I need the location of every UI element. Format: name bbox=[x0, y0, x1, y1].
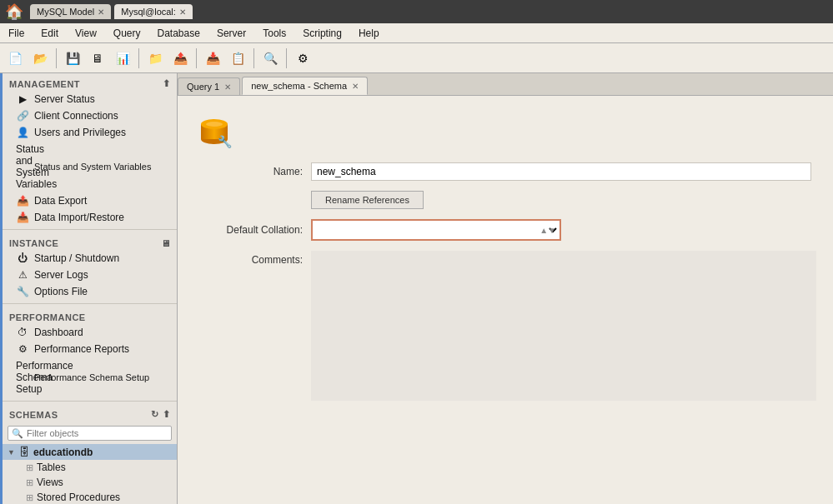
schemas-refresh-icon[interactable]: ↻ bbox=[151, 409, 159, 420]
collation-label: Default Collation: bbox=[194, 224, 311, 236]
title-bar: 🏠 MySQL Model ✕ Mysql@local: ✕ bbox=[0, 0, 833, 23]
tree-item-educationdb[interactable]: ▼ 🗄 educationdb bbox=[3, 444, 177, 460]
options-icon: 🔧 bbox=[16, 286, 29, 297]
tables-icon: ⊞ bbox=[26, 462, 33, 473]
sidebar-item-performance-schema[interactable]: Performance Schema Setup Performance Sch… bbox=[3, 357, 177, 397]
dashboard-icon: ⏱ bbox=[16, 327, 29, 338]
toolbar-btn-11[interactable]: ⚙ bbox=[291, 47, 314, 70]
tab-query1[interactable]: Query 1 ✕ bbox=[178, 77, 240, 95]
menu-database[interactable]: Database bbox=[149, 26, 208, 41]
schema-editor: 🔧 Name: Rename References bbox=[178, 96, 833, 504]
toolbar-sep-2 bbox=[138, 48, 139, 68]
name-field-wrapper bbox=[311, 162, 816, 181]
toolbar-btn-7[interactable]: 📤 bbox=[168, 47, 192, 70]
toolbar-btn-10[interactable]: 🔍 bbox=[258, 47, 282, 70]
sidebar-item-users-privileges[interactable]: 👤 Users and Privileges bbox=[3, 124, 177, 141]
tab-new-schema-close[interactable]: ✕ bbox=[352, 82, 359, 91]
menu-help[interactable]: Help bbox=[350, 26, 388, 41]
toolbar-btn-9[interactable]: 📋 bbox=[226, 47, 249, 70]
perf-reports-icon: ⚙ bbox=[16, 343, 29, 355]
content-area: Query 1 ✕ new_schema - Schema ✕ bbox=[178, 73, 833, 504]
menu-server[interactable]: Server bbox=[208, 26, 254, 41]
sidebar-item-options-file[interactable]: 🔧 Options File bbox=[3, 283, 177, 300]
server-logs-icon: ⚠ bbox=[16, 269, 29, 281]
schema-search: 🔍 bbox=[8, 426, 172, 441]
menu-bar: File Edit View Query Database Server Too… bbox=[0, 23, 833, 43]
schema-db-icon: 🔧 bbox=[194, 109, 234, 149]
tab-query1-close[interactable]: ✕ bbox=[224, 82, 231, 92]
sidebar-item-startup-shutdown[interactable]: ⏻ Startup / Shutdown bbox=[3, 250, 177, 267]
toolbar-btn-5[interactable]: 📊 bbox=[111, 47, 134, 70]
sidebar: MANAGEMENT ⬆ ▶ Server Status 🔗 Client Co… bbox=[0, 73, 178, 504]
educationdb-arrow: ▼ bbox=[8, 448, 16, 457]
menu-edit[interactable]: Edit bbox=[33, 26, 67, 41]
startup-icon: ⏻ bbox=[16, 252, 29, 264]
toolbar-sep-3 bbox=[196, 48, 197, 68]
perf-schema-icon: Performance Schema Setup bbox=[16, 360, 29, 395]
home-icon[interactable]: 🏠 bbox=[5, 2, 23, 21]
tree-item-stored-procedures[interactable]: ⊞ Stored Procedures bbox=[3, 490, 177, 504]
comments-textarea[interactable] bbox=[311, 251, 816, 401]
collation-select[interactable] bbox=[311, 219, 561, 241]
mysql-model-tab-label: MySQL Model bbox=[37, 7, 94, 17]
db-icon-svg: 🔧 bbox=[194, 109, 234, 149]
toolbar-btn-8[interactable]: 📥 bbox=[201, 47, 224, 70]
mysql-local-tab-close[interactable]: ✕ bbox=[179, 7, 186, 17]
name-label: Name: bbox=[194, 166, 311, 177]
menu-scripting[interactable]: Scripting bbox=[294, 26, 350, 41]
sidebar-divider-3 bbox=[3, 401, 177, 402]
sidebar-divider-2 bbox=[3, 303, 177, 304]
schema-search-input[interactable] bbox=[8, 426, 172, 441]
sidebar-item-server-status[interactable]: ▶ Server Status bbox=[3, 91, 177, 107]
toolbar-btn-3[interactable]: 💾 bbox=[61, 47, 84, 70]
sidebar-item-data-export[interactable]: 📤 Data Export bbox=[3, 192, 177, 209]
sidebar-item-data-import[interactable]: 📥 Data Import/Restore bbox=[3, 209, 177, 226]
client-connections-icon: 🔗 bbox=[16, 110, 29, 122]
mysql-local-tab[interactable]: Mysql@local: ✕ bbox=[114, 4, 193, 19]
sidebar-item-client-connections[interactable]: 🔗 Client Connections bbox=[3, 107, 177, 124]
toolbar-sep-4 bbox=[253, 48, 254, 68]
menu-query[interactable]: Query bbox=[105, 26, 149, 41]
rename-references-button[interactable]: Rename References bbox=[311, 191, 424, 209]
sidebar-item-server-logs[interactable]: ⚠ Server Logs bbox=[3, 267, 177, 283]
comments-label: Comments: bbox=[194, 251, 311, 266]
data-export-icon: 📤 bbox=[16, 195, 29, 207]
menu-file[interactable]: File bbox=[0, 26, 33, 41]
tree-item-views[interactable]: ⊞ Views bbox=[3, 475, 177, 490]
toolbar-btn-4[interactable]: 🖥 bbox=[86, 47, 109, 70]
toolbar-btn-6[interactable]: 📁 bbox=[143, 47, 167, 70]
stored-procedures-icon: ⊞ bbox=[26, 492, 33, 503]
sidebar-item-dashboard[interactable]: ⏱ Dashboard bbox=[3, 324, 177, 341]
sidebar-divider-1 bbox=[3, 229, 177, 230]
db-icon: 🗄 bbox=[19, 446, 30, 458]
menu-tools[interactable]: Tools bbox=[254, 26, 294, 41]
search-icon: 🔍 bbox=[12, 428, 23, 439]
toolbar-btn-2[interactable]: 📂 bbox=[28, 47, 52, 70]
collation-select-wrapper: ▲▼ bbox=[311, 219, 816, 241]
toolbar-btn-1[interactable]: 📄 bbox=[3, 47, 27, 70]
data-import-icon: 📥 bbox=[16, 212, 29, 223]
sidebar-item-performance-reports[interactable]: ⚙ Performance Reports bbox=[3, 341, 177, 357]
name-input[interactable] bbox=[311, 162, 811, 181]
management-expand-icon[interactable]: ⬆ bbox=[163, 78, 171, 89]
schema-editor-header: 🔧 bbox=[194, 109, 816, 149]
mysql-model-tab[interactable]: MySQL Model ✕ bbox=[30, 4, 111, 19]
instance-icon: 🖥 bbox=[161, 238, 171, 248]
management-section-header: MANAGEMENT ⬆ bbox=[3, 73, 177, 91]
mysql-model-tab-close[interactable]: ✕ bbox=[98, 7, 104, 17]
collation-dropdown-wrapper: ▲▼ bbox=[311, 219, 561, 241]
status-icon: Status and System Variables bbox=[16, 143, 29, 190]
rename-btn-wrapper: Rename References bbox=[311, 191, 816, 209]
schemas-expand-icon[interactable]: ⬆ bbox=[163, 409, 171, 420]
sidebar-item-status-variables[interactable]: Status and System Variables Status and S… bbox=[3, 141, 177, 192]
views-icon: ⊞ bbox=[26, 477, 33, 488]
comments-row: Comments: bbox=[194, 251, 816, 403]
toolbar: 📄 📂 💾 🖥 📊 📁 📤 📥 📋 🔍 ⚙ bbox=[0, 43, 833, 73]
users-icon: 👤 bbox=[16, 127, 29, 138]
tree-item-tables[interactable]: ⊞ Tables bbox=[3, 460, 177, 475]
tab-new-schema[interactable]: new_schema - Schema ✕ bbox=[242, 77, 368, 95]
instance-section-header: INSTANCE 🖥 bbox=[3, 233, 177, 250]
mysql-local-tab-label: Mysql@local: bbox=[121, 7, 176, 17]
menu-view[interactable]: View bbox=[67, 26, 105, 41]
toolbar-sep-1 bbox=[56, 48, 57, 68]
